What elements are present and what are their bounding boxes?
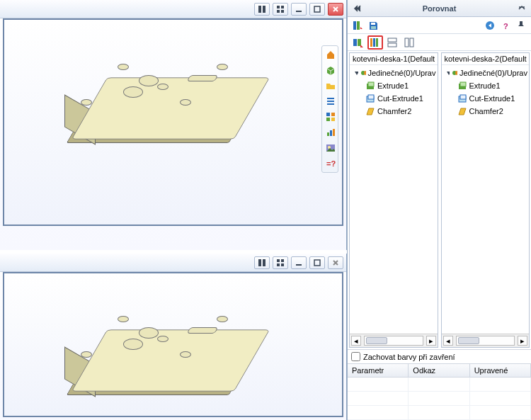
svg-rect-4 — [277, 10, 280, 13]
svg-rect-25 — [333, 129, 335, 136]
tree-root[interactable]: Jedinečné(0)/Uprav — [445, 67, 528, 79]
chart-icon[interactable] — [324, 125, 338, 140]
canvas-bottom[interactable] — [3, 272, 343, 417]
svg-rect-11 — [281, 259, 284, 262]
compare-panel: Porovnat ? — [347, 0, 531, 420]
stacked-view-button[interactable] — [384, 35, 400, 50]
svg-rect-41 — [376, 38, 378, 47]
scroll-left-icon[interactable]: ◂ — [443, 336, 453, 346]
folder-icon[interactable] — [324, 79, 338, 93]
tree-root-label: Jedinečné(0)/Uprav — [459, 69, 527, 77]
list-icon[interactable] — [324, 94, 338, 108]
svg-rect-23 — [327, 132, 329, 136]
svg-rect-22 — [331, 118, 335, 121]
col-header[interactable]: Odkaz — [409, 364, 469, 377]
show-diff-button[interactable] — [367, 35, 383, 50]
panel-back-button[interactable] — [483, 18, 497, 33]
tree-root[interactable]: Jedinečné(0)/Uprav — [353, 67, 436, 79]
svg-text:?: ? — [503, 22, 508, 30]
feature-label: Cut-Extrude1 — [377, 94, 423, 103]
close-button-disabled — [328, 256, 343, 269]
scroll-track[interactable] — [364, 336, 423, 346]
photo-icon[interactable] — [324, 141, 338, 155]
feature-label: Chamfer2 — [469, 107, 503, 115]
svg-rect-24 — [330, 130, 332, 136]
svg-rect-17 — [327, 101, 334, 102]
feature-label: Extrude1 — [469, 81, 501, 90]
svg-rect-43 — [388, 43, 396, 47]
compare-options-button[interactable] — [350, 35, 366, 50]
svg-rect-40 — [373, 38, 375, 47]
feature-item[interactable]: Cut-Extrude1 — [445, 92, 528, 105]
maximize-button[interactable] — [309, 3, 325, 16]
feature-item[interactable]: Cut-Extrude1 — [353, 92, 436, 105]
feature-item[interactable]: Chamfer2 — [353, 105, 436, 118]
scroll-track[interactable] — [456, 336, 515, 346]
svg-rect-0 — [258, 6, 261, 13]
svg-marker-31 — [360, 27, 362, 29]
tree-b-hscroll[interactable]: ◂ ▸ — [442, 334, 530, 347]
table-row — [348, 392, 531, 406]
feature-label: Cut-Extrude1 — [469, 94, 515, 103]
svg-text:=?: =? — [326, 159, 336, 168]
panel-expand-icon[interactable] — [515, 2, 528, 14]
svg-rect-33 — [371, 26, 376, 29]
svg-rect-45 — [410, 38, 413, 47]
minimize-button[interactable] — [291, 3, 307, 16]
svg-rect-29 — [353, 21, 356, 30]
svg-rect-20 — [331, 113, 335, 116]
svg-rect-32 — [371, 23, 375, 25]
svg-rect-21 — [326, 118, 330, 121]
svg-rect-18 — [327, 103, 334, 105]
grid-icon[interactable] — [324, 110, 338, 124]
scroll-left-icon[interactable]: ◂ — [351, 336, 361, 346]
preserve-colors-checkbox[interactable] — [351, 352, 360, 361]
svg-rect-51 — [368, 95, 374, 99]
col-header[interactable]: Upravené — [470, 364, 531, 377]
save-button[interactable] — [366, 18, 380, 33]
close-button[interactable] — [328, 3, 343, 16]
side-by-side-button[interactable] — [401, 35, 417, 50]
canvas-top[interactable] — [3, 18, 343, 226]
feature-item[interactable]: Chamfer2 — [445, 105, 528, 118]
viewport-grid-button[interactable] — [273, 256, 288, 269]
analyze-button[interactable] — [350, 18, 365, 33]
svg-rect-57 — [460, 95, 466, 99]
panel-pin-button[interactable] — [514, 18, 528, 33]
maximize-button[interactable] — [309, 256, 325, 269]
tree-a-hscroll[interactable]: ◂ ▸ — [350, 334, 438, 347]
svg-rect-49 — [368, 82, 374, 86]
viewport-split-button[interactable] — [254, 3, 270, 16]
svg-rect-10 — [277, 259, 280, 262]
viewport-split-button[interactable] — [254, 256, 270, 269]
svg-rect-36 — [353, 39, 357, 46]
viewport-top — [0, 0, 347, 250]
svg-rect-3 — [281, 6, 284, 8]
svg-rect-5 — [281, 10, 284, 13]
model-top — [89, 55, 252, 161]
scroll-right-icon[interactable]: ▸ — [426, 336, 436, 346]
cube-icon[interactable] — [324, 63, 338, 77]
preserve-colors-label: Zachovat barvy při zavření — [363, 353, 455, 361]
col-header[interactable]: Parametr — [348, 364, 409, 377]
feature-tree-a: kotevni-deska-1(Default Jedinečné(0)/Upr… — [349, 52, 438, 348]
question-icon[interactable]: =? — [324, 157, 338, 171]
feature-item[interactable]: Extrude1 — [353, 79, 436, 92]
minimize-button[interactable] — [291, 256, 307, 269]
vertical-toolbar: =? — [321, 45, 338, 173]
panel-help-button[interactable]: ? — [498, 18, 513, 33]
svg-rect-8 — [258, 259, 261, 266]
scroll-right-icon[interactable]: ▸ — [518, 336, 527, 346]
viewport-grid-button[interactable] — [273, 3, 288, 16]
feature-item[interactable]: Extrude1 — [445, 79, 528, 92]
svg-rect-13 — [281, 263, 284, 266]
svg-rect-15 — [314, 260, 320, 266]
svg-rect-42 — [388, 38, 396, 42]
tree-b-title: kotevni-deska-2(Default — [442, 53, 530, 65]
svg-rect-2 — [277, 6, 280, 8]
model-bottom — [89, 307, 252, 414]
panel-collapse-icon[interactable] — [350, 2, 363, 14]
home-icon[interactable] — [324, 47, 338, 62]
table-row — [348, 378, 531, 392]
svg-rect-39 — [370, 38, 372, 47]
